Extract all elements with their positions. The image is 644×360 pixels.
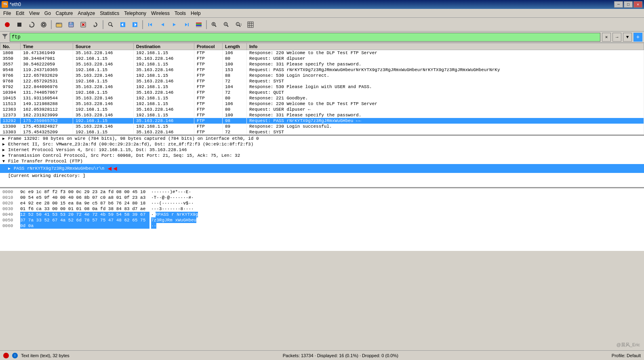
packet-list[interactable]: No. Time Source Destination Protocol Len… [0,43,644,136]
filter-add-button[interactable]: + [633,33,642,42]
detail-ip[interactable]: Internet Protocol Version 4, Src: 192.16… [0,147,644,153]
filter-clear-button[interactable]: ✕ [602,33,611,42]
col-no[interactable]: No. [0,43,21,50]
reload-button[interactable] [90,19,101,30]
packet-row[interactable]: 13292 175.259865752 192.168.1.15 35.163.… [0,118,644,124]
close-button[interactable]: ✕ [633,1,642,8]
col-length[interactable]: Length [223,43,247,50]
zoom-out-button[interactable] [221,19,232,30]
detail-ftp-pass[interactable]: PASS rNrKYTX9g7z3RgJRmxWuGHbeu\r\n ◀ ◀ [0,164,644,173]
detail-ethernet[interactable]: Ethernet II, Src: VMware_23:2a:fd (00:0c… [0,141,644,147]
pkt-src: 192.168.1.15 [73,78,134,84]
pkt-src: 192.168.1.15 [73,90,134,95]
prev-packet-button[interactable] [157,19,168,30]
menu-telephony[interactable]: Telephony [122,10,149,17]
hex-row-0030: 0030 01 f6 ca 33 00 00 01 01 08 0a fd 38… [2,206,642,212]
svg-marker-46 [2,34,8,39]
col-protocol[interactable]: Protocol [194,43,223,50]
open-button[interactable] [53,19,65,30]
status-packets: Packets: 13734 · Displayed: 16 (0.1%) · … [283,353,398,358]
start-capture-button[interactable] [2,19,13,30]
detail-frame[interactable]: Frame 13292: 98 bytes on wire (784 bits)… [0,136,644,141]
detail-ip-text: Internet Protocol Version 4, Src: 192.16… [8,147,187,152]
pkt-dst: 192.168.1.15 [134,101,194,107]
packet-row[interactable]: 12363 162.053928112 192.168.1.15 35.163.… [0,107,644,112]
close-file-button[interactable] [78,19,89,30]
detail-ftp-text: File Transfer Protocol (FTP) [8,159,83,164]
options-button[interactable] [38,19,49,30]
go-forward-button[interactable] [129,19,141,30]
pkt-time: 30.546222059 [21,61,73,67]
colorize-button[interactable] [193,19,204,30]
pkt-src: 192.168.1.15 [73,107,134,112]
zoom-reset-button[interactable]: 1:1 [233,19,244,30]
packet-row[interactable]: 9792 122.844096976 35.163.228.146 192.16… [0,84,644,90]
filter-apply-button[interactable]: → [612,33,621,42]
zoom-in-button[interactable] [208,19,220,30]
pkt-dst: 35.163.228.146 [134,56,194,61]
packet-row[interactable]: 3557 30.546222059 35.163.228.146 192.168… [0,61,644,67]
pkt-no: 9548 [0,67,21,73]
ready-icon: ! [15,354,16,358]
packet-row[interactable]: 13303 175.454325209 192.168.1.15 35.163.… [0,129,644,135]
packet-row[interactable]: 3550 30.344847981 192.168.1.15 35.163.22… [0,56,644,61]
menu-analyze[interactable]: Analyze [76,10,98,17]
pkt-no: 9768 [0,78,21,84]
pkt-proto: FTP [194,101,223,107]
menu-tools[interactable]: Tools [172,10,188,17]
menu-wireless[interactable]: Wireless [149,10,172,17]
pkt-time: 175.454325209 [21,129,73,135]
menu-edit[interactable]: Edit [13,10,27,17]
resize-columns-button[interactable] [245,19,256,30]
packet-row[interactable]: 1808 10.471361949 35.163.228.146 192.168… [0,50,644,56]
svg-point-0 [5,22,10,27]
col-info[interactable]: Info [247,43,644,50]
detail-panel[interactable]: Frame 13292: 98 bytes on wire (784 bits)… [0,136,644,188]
pkt-no: 3550 [0,56,21,61]
pkt-len: 153 [223,67,247,73]
detail-ftp[interactable]: File Transfer Protocol (FTP) [0,158,644,164]
detail-ftp-cwd[interactable]: [Current working directory: ] [0,173,644,179]
packet-row[interactable]: 10394 131.744057067 192.168.1.15 35.163.… [0,90,644,95]
toolbar: 1:1 [0,18,644,32]
maximize-button[interactable]: □ [624,1,633,8]
app-icon: 🦈 [2,1,8,8]
packet-row[interactable]: 12373 162.231923999 35.163.228.146 192.1… [0,112,644,118]
pkt-proto: FTP [194,107,223,112]
restart-capture-button[interactable] [26,19,37,30]
toolbar-separator-2 [103,20,103,29]
status-left: ! Text item (text), 32 bytes [3,353,69,358]
minimize-button[interactable]: ─ [614,1,623,8]
col-source[interactable]: Source [73,43,134,50]
detail-tcp[interactable]: Transmission Control Protocol, Src Port:… [0,153,644,158]
hex-panel[interactable]: 0000 9c e9 1c 8f f2 f3 00 0c 29 23 2a fd… [0,188,644,251]
pkt-no: 3557 [0,61,21,67]
stop-capture-button[interactable] [14,19,25,30]
pkt-dst: 192.168.1.15 [134,84,194,90]
menu-statistics[interactable]: Statistics [97,10,122,17]
packet-row[interactable]: 9548 119.243710365 192.168.1.15 35.163.2… [0,67,644,73]
filter-dropdown-button[interactable]: ▼ [623,33,632,42]
svg-point-3 [42,23,45,26]
go-back-button[interactable] [117,19,128,30]
col-time[interactable]: Time [21,43,73,50]
col-destination[interactable]: Destination [134,43,194,50]
menu-help[interactable]: Help [188,10,203,17]
filter-input[interactable]: ftp [10,33,600,42]
packet-row[interactable]: 13300 175.453824927 35.163.228.146 192.1… [0,124,644,129]
menu-file[interactable]: File [1,10,13,17]
menu-go[interactable]: Go [42,10,53,17]
find-button[interactable] [105,19,116,30]
first-packet-button[interactable] [145,19,156,30]
last-packet-button[interactable] [181,19,192,30]
menu-capture[interactable]: Capture [53,10,76,17]
packet-row[interactable]: 11513 149.121988288 35.163.228.146 192.1… [0,101,644,107]
menu-view[interactable]: View [27,10,42,17]
packet-row[interactable]: 9768 122.657292531 192.168.1.15 35.163.2… [0,78,644,84]
next-packet-button[interactable] [169,19,180,30]
pkt-no: 13303 [0,129,21,135]
save-button[interactable] [65,19,77,30]
packet-row[interactable]: 10415 131.931160544 35.163.228.146 192.1… [0,95,644,101]
packet-row[interactable]: 9766 122.657032629 35.163.228.146 192.16… [0,73,644,78]
toolbar-separator-4 [206,20,207,29]
